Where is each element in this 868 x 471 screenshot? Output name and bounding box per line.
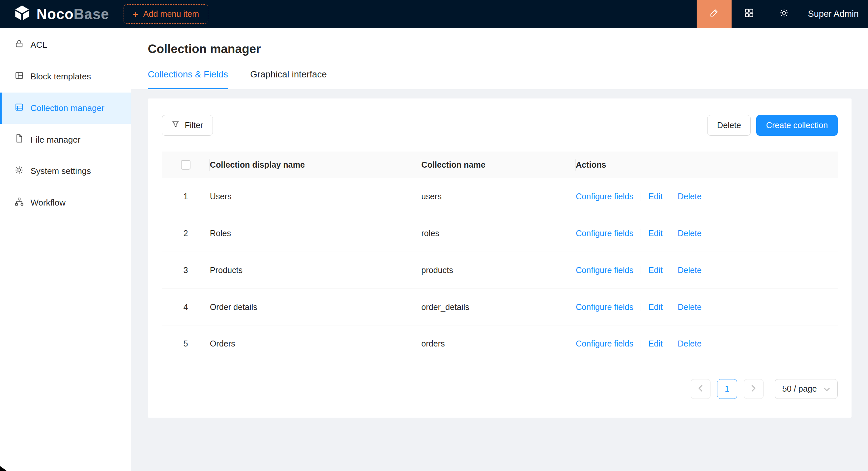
ui-designer-toggle-button[interactable] xyxy=(696,0,732,28)
row-index: 3 xyxy=(162,266,210,275)
main-area: Collection manager Collections & Fields … xyxy=(131,28,868,471)
collections-table: Collection display name Collection name … xyxy=(162,152,838,362)
divider xyxy=(641,229,641,237)
table-row: 5 Orders orders Configure fields Edit De… xyxy=(162,326,838,362)
delete-button[interactable]: Delete xyxy=(707,115,751,135)
cell-display-name: Order details xyxy=(210,302,422,312)
nocobase-logo[interactable]: NocoBase xyxy=(0,4,109,24)
sidebar-item-workflow[interactable]: Workflow xyxy=(0,187,131,219)
table-row: 4 Order details order_details Configure … xyxy=(162,289,838,326)
app-window: NocoBase + Add menu item xyxy=(0,0,868,471)
row-actions: Configure fields Edit Delete xyxy=(576,339,838,348)
collections-card: Filter Delete Create collection Collecti… xyxy=(148,99,851,418)
tab-bar: Collections & Fields Graphical interface xyxy=(148,69,851,89)
edit-link[interactable]: Edit xyxy=(649,339,663,348)
table-header-row: Collection display name Collection name … xyxy=(162,152,838,178)
divider xyxy=(641,340,641,348)
add-menu-item-button[interactable]: + Add menu item xyxy=(124,4,208,24)
chevron-down-icon xyxy=(824,384,830,394)
cell-collection-name: roles xyxy=(421,229,576,238)
divider xyxy=(670,303,671,311)
user-menu[interactable]: Super Admin xyxy=(801,9,868,19)
plugins-grid-button[interactable] xyxy=(732,0,767,28)
page-number-button[interactable]: 1 xyxy=(717,379,737,399)
configure-fields-link[interactable]: Configure fields xyxy=(576,266,633,275)
sidebar-item-label: ACL xyxy=(30,40,47,50)
tab-graphical-interface[interactable]: Graphical interface xyxy=(250,69,327,89)
page-title: Collection manager xyxy=(148,42,851,56)
table-row: 3 Products products Configure fields Edi… xyxy=(162,252,838,289)
sidebar-item-acl[interactable]: ACL xyxy=(0,29,131,61)
table-row: 2 Roles roles Configure fields Edit Dele… xyxy=(162,215,838,252)
cell-collection-name: products xyxy=(421,266,576,275)
edit-link[interactable]: Edit xyxy=(649,266,663,275)
row-index: 4 xyxy=(162,302,210,312)
divider xyxy=(670,266,671,274)
row-index: 1 xyxy=(162,192,210,201)
settings-button[interactable] xyxy=(767,0,801,28)
edit-link[interactable]: Edit xyxy=(649,229,663,238)
file-icon xyxy=(14,134,24,145)
row-actions: Configure fields Edit Delete xyxy=(576,192,838,201)
configure-fields-link[interactable]: Configure fields xyxy=(576,192,633,201)
page-size-select[interactable]: 50 / page xyxy=(775,379,838,399)
plus-icon: + xyxy=(133,9,138,19)
sidebar-item-label: System settings xyxy=(30,166,91,176)
row-actions: Configure fields Edit Delete xyxy=(576,302,838,312)
chevron-right-icon xyxy=(751,384,756,394)
page-header: Collection manager Collections & Fields … xyxy=(131,28,868,89)
divider xyxy=(670,192,671,201)
delete-link[interactable]: Delete xyxy=(678,192,702,201)
configure-fields-link[interactable]: Configure fields xyxy=(576,229,633,238)
row-actions: Configure fields Edit Delete xyxy=(576,229,838,238)
divider xyxy=(641,266,641,274)
table-row: 1 Users users Configure fields Edit Dele… xyxy=(162,178,838,215)
table-toolbar: Filter Delete Create collection xyxy=(162,115,838,135)
pagination: 1 50 / page xyxy=(162,379,838,399)
cell-display-name: Orders xyxy=(210,339,422,348)
cell-display-name: Roles xyxy=(210,229,422,238)
next-page-button[interactable] xyxy=(744,379,764,399)
nocobase-cube-icon xyxy=(13,4,31,24)
row-index: 2 xyxy=(162,229,210,238)
prev-page-button[interactable] xyxy=(691,379,711,399)
workflow-branch-icon xyxy=(14,197,24,209)
configure-fields-link[interactable]: Configure fields xyxy=(576,339,633,348)
cell-display-name: Products xyxy=(210,266,422,275)
filter-funnel-icon xyxy=(172,120,180,130)
delete-link[interactable]: Delete xyxy=(678,266,702,275)
delete-link[interactable]: Delete xyxy=(678,339,702,348)
tab-collections-and-fields[interactable]: Collections & Fields xyxy=(148,69,228,89)
filter-button[interactable]: Filter xyxy=(162,115,213,135)
layout-template-icon xyxy=(14,71,24,83)
cell-collection-name: order_details xyxy=(421,302,576,312)
divider xyxy=(641,192,641,201)
cell-collection-name: users xyxy=(421,192,576,201)
edit-link[interactable]: Edit xyxy=(649,192,663,201)
delete-link[interactable]: Delete xyxy=(678,229,702,238)
chevron-left-icon xyxy=(698,384,703,394)
lock-icon xyxy=(14,39,24,51)
configure-fields-link[interactable]: Configure fields xyxy=(576,302,633,312)
divider xyxy=(670,229,671,237)
header-actions: Super Admin xyxy=(696,0,868,28)
corner-artifact xyxy=(0,466,7,471)
settings-sidebar: ACL Block templates Collection manager xyxy=(0,28,131,471)
sidebar-item-system-settings[interactable]: System settings xyxy=(0,156,131,187)
edit-link[interactable]: Edit xyxy=(649,302,663,312)
sidebar-item-file-manager[interactable]: File manager xyxy=(0,124,131,156)
app-grid-icon xyxy=(744,8,754,20)
create-collection-button[interactable]: Create collection xyxy=(756,115,838,135)
gear-icon xyxy=(779,8,789,20)
sidebar-item-collection-manager[interactable]: Collection manager xyxy=(0,93,131,124)
top-header: NocoBase + Add menu item xyxy=(0,0,868,28)
content-area: Filter Delete Create collection Collecti… xyxy=(131,89,868,471)
divider xyxy=(641,303,641,311)
highlighter-pen-icon xyxy=(709,8,719,20)
sidebar-item-block-templates[interactable]: Block templates xyxy=(0,61,131,93)
delete-link[interactable]: Delete xyxy=(678,302,702,312)
row-index: 5 xyxy=(162,339,210,348)
cell-display-name: Users xyxy=(210,192,422,201)
select-all-checkbox[interactable] xyxy=(181,160,190,170)
column-header-actions: Actions xyxy=(576,152,838,178)
